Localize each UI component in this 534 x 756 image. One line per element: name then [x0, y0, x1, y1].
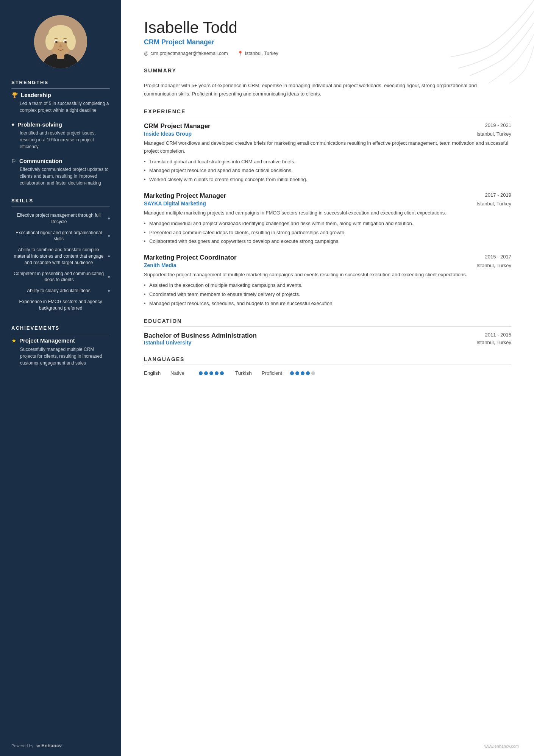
communication-icon: ⚐: [11, 158, 16, 164]
exp-bullets-3: Assisted in the execution of multiple ma…: [144, 282, 511, 307]
strength-title-communication: Communication: [19, 158, 62, 164]
exp-company-2: SAYKA Digital Marketing: [144, 200, 206, 207]
skill-5: Ability to clearly articulate ideas: [11, 285, 110, 296]
skill-dot-2: [108, 235, 110, 237]
candidate-job-title: CRM Project Manager: [144, 38, 511, 46]
strengths-section: STRENGTHS 🏆 Leadership Led a team of 5 i…: [0, 80, 121, 186]
exp-header-3: Marketing Project Coordinator 2015 - 201…: [144, 254, 511, 261]
experience-divider: [144, 117, 511, 117]
exp-location-3: Istanbul, Turkey: [476, 263, 511, 268]
exp-company-row-2: SAYKA Digital Marketing Istanbul, Turkey: [144, 200, 511, 207]
skill-dot-3: [108, 255, 110, 257]
dot-e3: [209, 371, 213, 375]
dot-e5: [220, 371, 224, 375]
dot-e2: [204, 371, 208, 375]
exp-job-title-1: CRM Project Manager: [144, 122, 211, 130]
lang-name-english: English: [144, 370, 167, 376]
dot-t2: [295, 371, 299, 375]
languages-row: English Native Turkish Proficient: [144, 370, 511, 376]
photo-container: [0, 0, 121, 80]
main-content: Isabelle Todd CRM Project Manager @ crm.…: [121, 0, 534, 756]
exp-location-2: Istanbul, Turkey: [476, 201, 511, 207]
main-footer: www.enhancv.com: [484, 744, 519, 748]
strength-title-problem-solving: Problem-solving: [17, 121, 62, 128]
exp-bullets-1: Translated global and local strategies i…: [144, 158, 511, 184]
experience-title: EXPERIENCE: [144, 108, 511, 114]
leadership-icon: 🏆: [11, 92, 18, 98]
location-icon: 📍: [237, 51, 243, 56]
edu-school-1: Istanbul University: [144, 340, 191, 346]
languages-title: LANGUAGES: [144, 356, 511, 362]
strengths-title: STRENGTHS: [11, 80, 110, 89]
edu-dates-1: 2011 - 2015: [485, 332, 511, 338]
exp-dates-3: 2015 - 2017: [485, 254, 511, 260]
strength-communication: ⚐ Communication Effectively communicated…: [11, 158, 110, 186]
svg-point-9: [55, 41, 58, 43]
exp-header-2: Marketing Project Manager 2017 - 2019: [144, 192, 511, 200]
exp-company-3: Zenith Media: [144, 262, 176, 268]
dot-t4: [306, 371, 310, 375]
exp-item-1: CRM Project Manager 2019 - 2021 Inside I…: [144, 122, 511, 184]
skills-title: SKILLS: [11, 198, 110, 207]
profile-photo: [34, 15, 87, 68]
bullet-2-3: Collaborated with designers and copywrit…: [144, 238, 511, 246]
exp-item-2: Marketing Project Manager 2017 - 2019 SA…: [144, 192, 511, 246]
lang-turkish: Turkish Proficient: [235, 370, 315, 376]
svg-point-10: [64, 41, 67, 43]
lang-dots-english: [199, 371, 224, 375]
achievements-title: ACHIEVEMENTS: [11, 325, 110, 334]
dot-t5: [311, 371, 315, 375]
strength-problem-solving: ♥ Problem-solving Identified and resolve…: [11, 121, 110, 150]
bullet-1-1: Translated global and local strategies i…: [144, 158, 511, 166]
exp-company-row-3: Zenith Media Istanbul, Turkey: [144, 262, 511, 268]
bullet-3-2: Coordinated with team members to ensure …: [144, 291, 511, 299]
svg-point-6: [67, 33, 76, 50]
edu-school-row-1: Istanbul University Istanbul, Turkey: [144, 340, 511, 346]
experience-section: EXPERIENCE CRM Project Manager 2019 - 20…: [144, 108, 511, 307]
exp-dates-1: 2019 - 2021: [485, 122, 511, 128]
exp-bullets-2: Managed individual and project workloads…: [144, 220, 511, 246]
exp-company-1: Inside Ideas Group: [144, 131, 192, 137]
edu-degree-1: Bachelor of Business Administration: [144, 332, 257, 340]
svg-point-5: [45, 33, 55, 50]
website-url: www.enhancv.com: [484, 744, 519, 748]
edu-header-1: Bachelor of Business Administration 2011…: [144, 332, 511, 340]
achievement-desc-1: Successfully managed multiple CRM projec…: [11, 346, 110, 366]
resume-header: Isabelle Todd CRM Project Manager @ crm.…: [144, 19, 511, 56]
dot-e1: [199, 371, 203, 375]
email-contact: @ crm.projectmanager@fakeemail.com: [144, 51, 228, 56]
summary-text: Project manager with 5+ years of experie…: [144, 81, 511, 98]
skill-dot-4: [108, 276, 110, 278]
location-contact: 📍 Istanbul, Turkey: [237, 51, 278, 56]
strength-title-leadership: Leadership: [21, 92, 51, 98]
strength-desc-problem-solving: Identified and resolved project issues, …: [11, 130, 110, 150]
lang-name-turkish: Turkish: [235, 370, 258, 376]
exp-header-1: CRM Project Manager 2019 - 2021: [144, 122, 511, 130]
bullet-3-1: Assisted in the execution of multiple ma…: [144, 282, 511, 290]
skill-3: Ability to combine and translate complex…: [11, 244, 110, 268]
contact-info: @ crm.projectmanager@fakeemail.com 📍 Ist…: [144, 51, 511, 56]
sidebar-footer: Powered by ∞ Enhancv: [11, 743, 62, 748]
education-title: EDUCATION: [144, 318, 511, 324]
summary-section: SUMMARY Project manager with 5+ years of…: [144, 67, 511, 98]
star-icon: ★: [11, 337, 16, 344]
heart-icon: ♥: [11, 122, 14, 128]
exp-desc-1: Managed CRM workflows and developed crea…: [144, 139, 511, 155]
achievements-section: ACHIEVEMENTS ★ Project Management Succes…: [0, 325, 121, 366]
location-value: Istanbul, Turkey: [245, 51, 278, 56]
exp-desc-3: Supported the project management of mult…: [144, 271, 511, 279]
exp-dates-2: 2017 - 2019: [485, 192, 511, 198]
lang-level-english: Native: [170, 370, 195, 376]
strength-desc-communication: Effectively communicated project updates…: [11, 166, 110, 186]
skill-6: Experience in FMCG sectors and agency ba…: [11, 296, 110, 314]
candidate-name: Isabelle Todd: [144, 19, 511, 36]
bullet-1-2: Managed project resource and spend and m…: [144, 167, 511, 175]
education-divider: [144, 326, 511, 327]
summary-divider: [144, 76, 511, 76]
exp-item-3: Marketing Project Coordinator 2015 - 201…: [144, 254, 511, 307]
strength-desc-leadership: Led a team of 5 in successfully completi…: [11, 100, 110, 114]
skill-4: Competent in presenting and communicatin…: [11, 268, 110, 286]
edu-item-1: Bachelor of Business Administration 2011…: [144, 332, 511, 346]
dot-e4: [215, 371, 219, 375]
strength-leadership: 🏆 Leadership Led a team of 5 in successf…: [11, 92, 110, 114]
